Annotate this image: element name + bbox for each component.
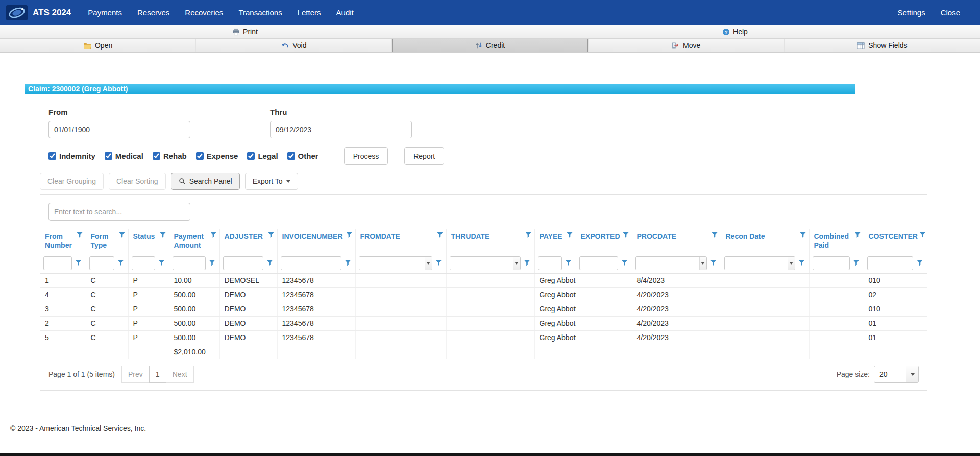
nav-settings[interactable]: Settings — [890, 0, 933, 25]
filter-input-combined-paid[interactable] — [813, 256, 850, 270]
process-button[interactable]: Process — [344, 147, 388, 165]
credit-button[interactable]: Credit — [392, 39, 588, 52]
nav-letters[interactable]: Letters — [290, 0, 329, 25]
filter-button[interactable] — [435, 256, 443, 270]
filter-input-invoicenumber[interactable] — [281, 256, 341, 270]
table-row[interactable]: 3CP500.00DEMO12345678Greg Abbott4/20/202… — [40, 302, 927, 316]
page-size-caret-icon[interactable] — [906, 366, 918, 382]
other-checkbox-input[interactable] — [287, 152, 295, 160]
filter-button[interactable] — [158, 256, 166, 270]
page-number-button[interactable]: 1 — [149, 366, 166, 383]
column-header-payment-amount[interactable]: Payment Amount — [169, 229, 219, 253]
report-button[interactable]: Report — [404, 147, 444, 165]
funnel-icon[interactable] — [268, 232, 274, 238]
filter-button[interactable] — [75, 256, 83, 270]
nav-reserves[interactable]: Reserves — [130, 0, 177, 25]
filter-input-costcenter[interactable] — [867, 256, 914, 270]
rehab-checkbox-input[interactable] — [153, 152, 160, 160]
filter-button[interactable] — [709, 256, 718, 270]
filter-input-procdate[interactable] — [636, 257, 700, 270]
search-panel-button[interactable]: Search Panel — [171, 173, 240, 190]
medical-checkbox-input[interactable] — [105, 152, 112, 160]
checkbox-medical[interactable]: Medical — [105, 152, 143, 160]
show-fields-button[interactable]: Show Fields — [785, 39, 980, 52]
filter-button[interactable] — [798, 256, 806, 270]
filter-button[interactable] — [208, 256, 216, 270]
column-header-form-type[interactable]: Form Type — [86, 229, 128, 253]
funnel-icon[interactable] — [800, 232, 806, 238]
clear-grouping-button[interactable]: Clear Grouping — [40, 173, 104, 190]
column-header-payee[interactable]: PAYEE — [534, 229, 576, 253]
table-row[interactable]: 2CP500.00DEMO12345678Greg Abbott4/20/202… — [40, 316, 927, 330]
column-header-status[interactable]: Status — [128, 229, 169, 253]
filter-input-payment-amount[interactable] — [173, 256, 206, 270]
funnel-icon[interactable] — [347, 232, 352, 238]
column-header-invoicenumber[interactable]: INVOICENUMBER — [277, 229, 355, 253]
filter-button[interactable] — [565, 256, 573, 270]
filter-button[interactable] — [621, 256, 629, 270]
funnel-icon[interactable] — [77, 232, 83, 238]
nav-transactions[interactable]: Transactions — [231, 0, 289, 25]
caret-down-icon[interactable] — [788, 257, 794, 270]
filter-button[interactable] — [117, 256, 125, 270]
funnel-icon[interactable] — [623, 232, 629, 238]
funnel-icon[interactable] — [567, 232, 573, 238]
column-header-adjuster[interactable]: ADJUSTER — [219, 229, 277, 253]
checkbox-indemnity[interactable]: Indemnity — [48, 152, 95, 160]
open-button[interactable]: Open — [0, 39, 196, 52]
indemnity-checkbox-input[interactable] — [48, 152, 56, 160]
column-header-recon-date[interactable]: Recon Date — [721, 229, 809, 253]
checkbox-other[interactable]: Other — [287, 152, 318, 160]
column-header-thrudate[interactable]: THRUDATE — [446, 229, 534, 253]
checkbox-legal[interactable]: Legal — [247, 152, 278, 160]
next-page-button[interactable]: Next — [166, 366, 194, 383]
table-row[interactable]: 1CP10.00DEMOSEL12345678Greg Abbotts8/4/2… — [40, 273, 927, 287]
from-date-input[interactable] — [48, 121, 190, 138]
filter-button[interactable] — [266, 256, 274, 270]
column-header-procdate[interactable]: PROCDATE — [632, 229, 721, 253]
funnel-icon[interactable] — [855, 232, 861, 238]
filter-input-form-type[interactable] — [89, 256, 114, 270]
filter-input-recon-date[interactable] — [725, 257, 788, 270]
nav-payments[interactable]: Payments — [80, 0, 130, 25]
filter-button[interactable] — [523, 256, 531, 270]
column-header-costcenter[interactable]: COSTCENTER — [864, 229, 927, 253]
filter-input-thrudate[interactable] — [450, 257, 513, 270]
legal-checkbox-input[interactable] — [247, 152, 255, 160]
column-header-combined-paid[interactable]: Combined Paid — [809, 229, 864, 253]
void-button[interactable]: Void — [196, 39, 392, 52]
table-row[interactable]: 5CP500.00DEMO12345678Greg Abbott4/20/202… — [40, 330, 927, 345]
filter-button[interactable] — [916, 256, 924, 270]
funnel-icon[interactable] — [526, 232, 531, 238]
column-header-fromdate[interactable]: FROMDATE — [355, 229, 446, 253]
funnel-icon[interactable] — [160, 232, 166, 238]
funnel-icon[interactable] — [920, 232, 925, 238]
funnel-icon[interactable] — [119, 232, 125, 238]
prev-page-button[interactable]: Prev — [121, 366, 150, 383]
caret-down-icon[interactable] — [699, 257, 706, 270]
column-header-from-number[interactable]: From Number — [40, 229, 86, 253]
filter-input-fromdate[interactable] — [359, 257, 425, 270]
filter-input-from-number[interactable] — [43, 256, 72, 270]
grid-search-input[interactable] — [48, 203, 190, 221]
filter-input-status[interactable] — [132, 256, 155, 270]
filter-input-exported[interactable] — [579, 256, 618, 270]
move-button[interactable]: Move — [589, 39, 785, 52]
column-header-exported[interactable]: EXPORTED — [576, 229, 632, 253]
table-row[interactable]: 4CP500.00DEMO12345678Greg Abbott4/20/202… — [40, 287, 927, 302]
checkbox-expense[interactable]: Expense — [196, 152, 238, 160]
page-size-select[interactable]: 20 — [874, 366, 919, 383]
filter-input-adjuster[interactable] — [223, 256, 263, 270]
checkbox-rehab[interactable]: Rehab — [153, 152, 187, 160]
thru-date-input[interactable] — [270, 121, 412, 138]
nav-audit[interactable]: Audit — [329, 0, 361, 25]
expense-checkbox-input[interactable] — [196, 152, 204, 160]
filter-button[interactable] — [344, 256, 352, 270]
print-button[interactable]: Print — [0, 25, 490, 38]
nav-close[interactable]: Close — [933, 0, 968, 25]
caret-down-icon[interactable] — [425, 257, 432, 270]
brand[interactable]: ATS 2024 — [6, 5, 71, 20]
funnel-icon[interactable] — [211, 232, 216, 238]
nav-recoveries[interactable]: Recoveries — [177, 0, 231, 25]
filter-button[interactable] — [852, 256, 861, 270]
